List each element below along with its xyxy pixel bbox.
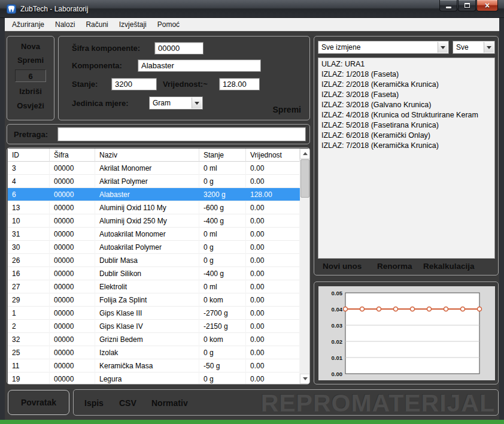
table-cell: 13 — [8, 201, 50, 214]
table-row[interactable]: 300000Akrilat Monomer0 ml0.00 — [8, 162, 300, 175]
table-cell: 00000 — [50, 162, 95, 175]
sifra-input[interactable] — [154, 42, 204, 54]
izbrisi-button[interactable]: Izbriši — [7, 87, 54, 96]
table-cell: 3 — [8, 162, 50, 175]
komponenta-input[interactable] — [138, 59, 261, 72]
menu-item-azuriranje[interactable]: Ažuriranje — [7, 18, 50, 31]
spremi-button[interactable]: Spremi — [7, 56, 54, 65]
table-cell: 0 g — [199, 175, 246, 188]
maximize-button[interactable] — [458, 0, 476, 11]
close-button[interactable]: × — [476, 0, 498, 11]
table-cell: 0 kom — [199, 333, 246, 346]
menu-item-pomoc[interactable]: Pomoć — [152, 18, 185, 31]
table-cell: 00000 — [50, 201, 95, 214]
table-row[interactable]: 1600000Dublir Silikon-400 g0.00 — [8, 267, 300, 280]
table-cell: Folija Za Splint — [95, 293, 199, 307]
table-cell: 16 — [8, 267, 50, 280]
maximize-icon — [464, 3, 470, 8]
table-row[interactable]: 1300000Aluminij Oxid 110 My-600 g0.00 — [8, 201, 300, 214]
list-item[interactable]: IZLAZ: 1/2018 (Faseta) — [318, 69, 494, 80]
table-row[interactable]: 2600000Dublir Masa0 g0.00 — [8, 254, 300, 267]
chevron-down-icon — [484, 42, 494, 53]
osvjezi-button[interactable]: Osvježi — [7, 101, 54, 110]
list-item[interactable]: ULAZ: URA1 — [318, 59, 494, 69]
table-cell: 0.00 — [246, 280, 300, 293]
table-row[interactable]: 1100000Keramička Masa-50 g0.00 — [8, 359, 300, 372]
table-cell: 00000 — [50, 372, 95, 384]
vrijednost-input[interactable] — [219, 78, 260, 90]
scroll-down-button[interactable] — [300, 374, 310, 384]
nova-button[interactable]: Nova — [7, 42, 54, 51]
table-cell: Elektrolit — [95, 280, 199, 293]
svg-text:0.01: 0.01 — [332, 355, 343, 361]
scroll-up-button[interactable] — [300, 149, 310, 159]
list-item[interactable]: IZLAZ: 6/2018 (Keramički Onlay) — [318, 131, 494, 141]
changes-filter-select[interactable]: Sve izmjene — [318, 41, 449, 54]
list-item[interactable]: IZLAZ: 4/2018 (Krunica od Strukturirane … — [318, 110, 494, 120]
table-cell: 19 — [8, 372, 50, 384]
table-cell: Gips Klase III — [95, 307, 199, 320]
menu-item-izvjestaji[interactable]: Izvještaji — [114, 18, 152, 31]
price-chart: 0.050.040.030.020.010.00 — [318, 286, 495, 380]
novi-unos-button[interactable]: Novi unos — [323, 262, 362, 271]
table-row[interactable]: 2900000Folija Za Splint0 kom0.00 — [8, 293, 300, 307]
header-cell[interactable]: Stanje — [199, 149, 246, 162]
table-cell: 00000 — [50, 175, 95, 188]
actions-panel: Nova Spremi 6 Izbriši Osvježi — [7, 36, 54, 120]
header-cell[interactable]: Vrijednost — [246, 149, 300, 162]
ispis-button[interactable]: Ispis — [84, 398, 104, 408]
table-cell: 0.00 — [246, 307, 300, 320]
table-row[interactable]: 3100000Autoakrilat Monomer0 ml0.00 — [8, 228, 300, 241]
stanje-label: Stanje: — [72, 80, 98, 89]
header-cell[interactable]: Naziv — [95, 149, 199, 162]
table-row[interactable]: 200000Gips Klase IV-2150 g0.00 — [8, 320, 300, 333]
list-item[interactable]: IZLAZ: 3/2018 (Galvano Krunica) — [318, 100, 494, 110]
normativ-button[interactable]: Normativ — [151, 398, 188, 408]
table-row[interactable]: 1000000Aluminij Oxid 250 My-400 g0.00 — [8, 214, 300, 228]
table-cell: 0.00 — [246, 267, 300, 280]
renorma-button[interactable]: Renorma — [377, 262, 412, 271]
table-row[interactable]: 3200000Grizni Bedem0 kom0.00 — [8, 333, 300, 346]
table-cell: Legura — [95, 372, 199, 384]
table-scrollbar[interactable] — [300, 149, 310, 384]
table-row[interactable]: 2700000Elektrolit0 ml0.00 — [8, 280, 300, 293]
list-item[interactable]: IZLAZ: 3/2018 (Faseta) — [318, 90, 494, 100]
svg-text:0.04: 0.04 — [332, 306, 343, 313]
table-cell: -2700 g — [199, 307, 246, 320]
table-row[interactable]: 1900000Legura0 g0.00 — [8, 372, 300, 384]
table-cell: 29 — [8, 293, 50, 307]
table-cell: Alabaster — [95, 188, 199, 201]
menu-item-racuni[interactable]: Računi — [80, 18, 113, 31]
scope-filter-select[interactable]: Sve — [453, 41, 495, 54]
table-cell: 0 kom — [199, 293, 246, 307]
search-input[interactable] — [57, 127, 306, 141]
scroll-thumb[interactable] — [300, 159, 309, 198]
menu-item-nalozi[interactable]: Nalozi — [50, 18, 80, 31]
table-row[interactable]: 600000Alabaster3200 g128.00 — [8, 188, 300, 201]
csv-button[interactable]: CSV — [119, 398, 136, 408]
table-row[interactable]: 3000000Autoakrilat Polymer0 g0.00 — [8, 241, 300, 254]
table-cell: Dublir Masa — [95, 254, 199, 267]
rekalkulacija-button[interactable]: Rekalkulacija — [423, 262, 475, 271]
changes-filter-value: Sve izmjene — [321, 43, 360, 52]
table-cell: 00000 — [50, 333, 95, 346]
triangle-up-icon — [303, 152, 308, 155]
table-row[interactable]: 400000Akrilat Polymer0 g0.00 — [8, 175, 300, 188]
list-item[interactable]: IZLAZ: 5/2018 (Fasetirana Krunica) — [318, 120, 494, 131]
povratak-button[interactable]: Povratak — [8, 390, 69, 415]
list-item[interactable]: IZLAZ: 7/2018 (Keramička Krunica) — [318, 141, 494, 151]
svg-text:0.03: 0.03 — [332, 322, 343, 329]
desktop-strip — [0, 420, 504, 424]
stanje-input[interactable] — [111, 78, 157, 90]
minimize-button[interactable] — [439, 0, 457, 11]
table-row[interactable]: 2500000Izolak0 g0.00 — [8, 346, 300, 359]
form-spremi-button[interactable]: Spremi — [273, 105, 301, 114]
jedinica-select[interactable]: Gram — [149, 96, 203, 110]
table-row[interactable]: 100000Gips Klase III-2700 g0.00 — [8, 307, 300, 320]
header-cell[interactable]: ID — [8, 149, 50, 162]
chart-background: 0.050.040.030.020.010.00 — [318, 286, 495, 380]
table-cell: 0.00 — [246, 228, 300, 241]
header-cell[interactable]: Šifra — [50, 149, 95, 162]
list-item[interactable]: IZLAZ: 2/2018 (Keramička Krunica) — [318, 80, 494, 90]
table-cell: Dublir Silikon — [95, 267, 199, 280]
